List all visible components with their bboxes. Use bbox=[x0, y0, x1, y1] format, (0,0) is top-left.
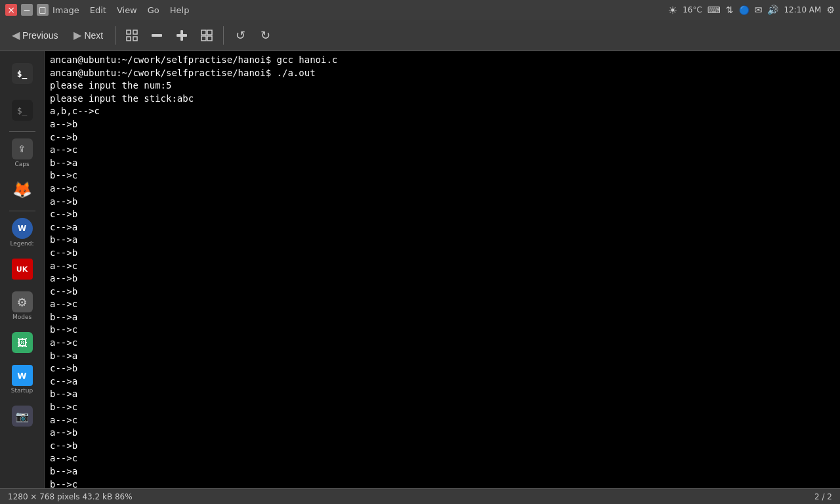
statusbar: 840 × 504 pixels 43.2 kB 86% 2 / 2 bbox=[0, 488, 840, 504]
io-icon: ⇅ bbox=[726, 5, 734, 15]
img-icon: 🖼 bbox=[12, 332, 33, 353]
legend-icon: W bbox=[12, 218, 33, 239]
svg-rect-10 bbox=[207, 36, 212, 41]
toolbar-separator-2 bbox=[223, 26, 224, 45]
sidebar-item-firefox[interactable]: 🦊 bbox=[5, 173, 39, 207]
terminal-icon: $_ bbox=[12, 63, 33, 84]
uk-icon: UK bbox=[12, 259, 33, 280]
zoom-out-button[interactable] bbox=[146, 24, 168, 47]
menu-image[interactable]: Image bbox=[52, 5, 79, 15]
caps-label: Caps bbox=[14, 161, 29, 167]
svg-rect-8 bbox=[207, 30, 212, 35]
camera-icon: 📷 bbox=[12, 406, 33, 427]
terminal-output[interactable]: ancan@ubuntu:~/cwork/selfpractise/hanoi$… bbox=[45, 51, 840, 488]
titlebar-controls: Image Edit View Go Help bbox=[5, 4, 189, 16]
minimize-button[interactable] bbox=[21, 4, 33, 16]
toolbar: ◀ Previous ▶ Next ↺ ↻ bbox=[0, 20, 840, 51]
next-button[interactable]: ▶ Next bbox=[67, 25, 110, 45]
sidebar-divider-2 bbox=[9, 211, 35, 211]
mail-icon: ✉ bbox=[755, 5, 763, 15]
sidebar-item-camera[interactable]: 📷 bbox=[5, 399, 39, 433]
titlebar: Image Edit View Go Help ☀ 16°C ⌨ ⇅ 🔵 ✉ 🔊… bbox=[0, 0, 840, 20]
redo-button[interactable]: ↻ bbox=[254, 24, 276, 47]
legend-label: Legend: bbox=[10, 240, 33, 247]
caps-icon: ⇪ bbox=[12, 138, 33, 159]
sidebar-item-caps[interactable]: ⇪ Caps bbox=[5, 136, 39, 170]
svg-rect-6 bbox=[177, 34, 187, 37]
terminal2-icon: $_ bbox=[12, 100, 33, 121]
word-startup-icon: W bbox=[12, 365, 33, 386]
svg-rect-4 bbox=[152, 34, 162, 37]
svg-rect-1 bbox=[133, 30, 137, 34]
sidebar-item-uk[interactable]: UK bbox=[5, 252, 39, 286]
modes-icon: ⚙ bbox=[12, 291, 33, 312]
toolbar-separator-1 bbox=[115, 26, 116, 45]
statusbar-left: 840 × 504 pixels 43.2 kB 86% bbox=[8, 492, 133, 501]
temperature: 16°C bbox=[682, 5, 702, 14]
svg-rect-2 bbox=[127, 37, 131, 41]
zoom-in-button[interactable] bbox=[171, 24, 193, 47]
clock: 12:10 AM bbox=[784, 5, 821, 14]
undo-button[interactable]: ↺ bbox=[229, 24, 251, 47]
menu-go[interactable]: Go bbox=[148, 5, 159, 15]
menu-help[interactable]: Help bbox=[170, 5, 190, 15]
main-area: $_ $_ ⇪ Caps 🦊 W Legend: UK ⚙ Modes 🖼 W bbox=[0, 51, 840, 488]
sidebar-item-img[interactable]: 🖼 bbox=[5, 326, 39, 360]
svg-rect-0 bbox=[127, 30, 131, 34]
sidebar-divider-1 bbox=[9, 131, 35, 132]
bluetooth-icon: 🔵 bbox=[739, 5, 749, 15]
sidebar: $_ $_ ⇪ Caps 🦊 W Legend: UK ⚙ Modes 🖼 W bbox=[0, 51, 45, 488]
svg-rect-9 bbox=[201, 36, 206, 41]
sidebar-item-word-startup[interactable]: W Startup bbox=[5, 362, 39, 396]
sidebar-item-terminal[interactable]: $_ bbox=[5, 56, 39, 91]
system-tray: ☀ 16°C ⌨ ⇅ 🔵 ✉ 🔊 12:10 AM ⚙ bbox=[668, 4, 835, 16]
svg-rect-3 bbox=[133, 37, 137, 41]
next-label: Next bbox=[84, 30, 103, 41]
settings-icon[interactable]: ⚙ bbox=[826, 5, 835, 15]
word-startup-label: Startup bbox=[11, 387, 33, 394]
statusbar-right: 2 / 2 bbox=[814, 492, 832, 501]
sidebar-item-terminal2[interactable]: $_ bbox=[5, 93, 39, 127]
sidebar-item-legend[interactable]: W Legend: bbox=[5, 215, 39, 249]
maximize-button[interactable] bbox=[37, 4, 49, 16]
menu-bar: Image Edit View Go Help bbox=[52, 5, 189, 15]
svg-rect-7 bbox=[201, 30, 206, 35]
modes-label: Modes bbox=[12, 314, 32, 320]
menu-edit[interactable]: Edit bbox=[90, 5, 106, 15]
firefox-icon: 🦊 bbox=[12, 179, 33, 200]
previous-arrow-icon: ◀ bbox=[12, 29, 20, 41]
menu-view[interactable]: View bbox=[117, 5, 137, 15]
previous-label: Previous bbox=[22, 30, 58, 41]
next-arrow-icon: ▶ bbox=[74, 29, 81, 41]
keyboard-icon: ⌨ bbox=[707, 5, 721, 15]
sun-icon: ☀ bbox=[668, 4, 677, 16]
terminal-text: ancan@ubuntu:~/cwork/selfpractise/hanoi$… bbox=[50, 54, 835, 488]
previous-button[interactable]: ◀ Previous bbox=[5, 25, 64, 45]
close-button[interactable] bbox=[5, 4, 17, 16]
sidebar-item-modes[interactable]: ⚙ Modes bbox=[5, 289, 39, 323]
grid-button[interactable] bbox=[196, 24, 218, 47]
zoom-fit-button[interactable] bbox=[121, 24, 143, 47]
volume-icon: 🔊 bbox=[767, 5, 778, 15]
